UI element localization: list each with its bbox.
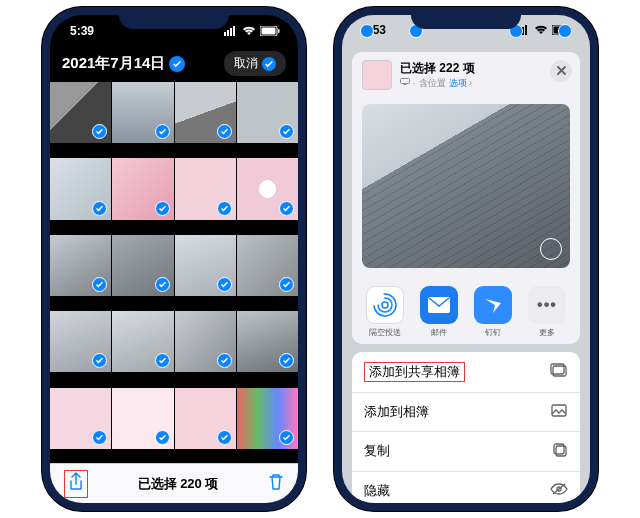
photo-thumb[interactable] xyxy=(175,388,236,449)
preview-area xyxy=(352,98,580,278)
action-hide[interactable]: 隐藏 xyxy=(352,472,580,503)
action-list: 添加到共享相簿 添加到相簿 复制 隐藏 xyxy=(352,352,580,503)
photo-thumb[interactable] xyxy=(112,388,173,449)
sheet-subtitle: · 含位置 选项 › xyxy=(400,77,475,90)
selected-check-icon xyxy=(155,353,170,368)
svg-rect-1 xyxy=(227,30,229,36)
svg-rect-0 xyxy=(224,32,226,36)
eye-slash-icon xyxy=(550,482,568,499)
photo-thumb[interactable] xyxy=(112,311,173,372)
share-apps-row: 隔空投送 邮件 钉钉 ••• 更多 xyxy=(352,278,580,344)
signal-icon xyxy=(224,26,238,36)
photo-thumb[interactable] xyxy=(237,388,298,449)
photo-thumb[interactable] xyxy=(50,388,111,449)
svg-rect-3 xyxy=(233,26,235,36)
selected-check-icon xyxy=(217,353,232,368)
svg-rect-21 xyxy=(552,405,566,416)
svg-point-15 xyxy=(382,302,388,308)
photo-thumb[interactable] xyxy=(50,311,111,372)
action-add-album[interactable]: 添加到相簿 xyxy=(352,393,580,432)
share-button[interactable] xyxy=(64,470,88,498)
selected-check-icon xyxy=(92,353,107,368)
photo-thumb[interactable] xyxy=(50,82,111,143)
photo-thumb[interactable] xyxy=(175,82,236,143)
selected-check-icon xyxy=(279,430,294,445)
svg-point-16 xyxy=(378,298,392,312)
more-icon: ••• xyxy=(528,286,566,324)
share-app-dingtalk[interactable]: 钉钉 xyxy=(469,286,517,338)
share-icon xyxy=(68,478,84,495)
photo-thumb[interactable] xyxy=(50,235,111,296)
selected-check-icon xyxy=(217,277,232,292)
sheet-thumbnail xyxy=(362,60,392,90)
status-time: 5:39 xyxy=(70,24,94,38)
photo-thumb[interactable] xyxy=(237,311,298,372)
selected-check-icon xyxy=(217,430,232,445)
photo-grid[interactable] xyxy=(50,82,298,463)
dingtalk-icon xyxy=(474,286,512,324)
selected-check-icon xyxy=(155,124,170,139)
selected-check-icon xyxy=(217,124,232,139)
photo-thumb[interactable] xyxy=(112,235,173,296)
selected-check-icon xyxy=(279,353,294,368)
svg-rect-14 xyxy=(401,79,410,84)
share-app-more[interactable]: ••• 更多 xyxy=(523,286,571,338)
screen-left: 5:39 2021年7月14日 取消 xyxy=(50,15,298,503)
photo-thumb[interactable] xyxy=(175,158,236,219)
selected-check-icon xyxy=(279,201,294,216)
trash-button[interactable] xyxy=(268,473,284,495)
selected-check-icon xyxy=(155,277,170,292)
close-icon xyxy=(556,65,567,76)
battery-icon xyxy=(260,26,280,36)
status-icons xyxy=(224,26,280,36)
photos-header: 2021年7月14日 取消 xyxy=(50,47,298,82)
airdrop-icon xyxy=(366,286,404,324)
airplay-icon xyxy=(400,78,410,88)
photo-thumb[interactable] xyxy=(112,158,173,219)
phone-left: 5:39 2021年7月14日 取消 xyxy=(42,7,306,511)
selected-check-icon xyxy=(92,430,107,445)
phone-right: 1:53 已选择 222 项 · 含位置 选项 › xyxy=(334,7,598,511)
sheet-title: 已选择 222 项 xyxy=(400,60,475,77)
date-title: 2021年7月14日 xyxy=(62,54,185,73)
selected-check-icon xyxy=(92,201,107,216)
screen-right: 1:53 已选择 222 项 · 含位置 选项 › xyxy=(342,15,590,503)
action-add-shared-album[interactable]: 添加到共享相簿 xyxy=(352,352,580,393)
notch xyxy=(411,7,521,29)
selected-check-icon xyxy=(155,201,170,216)
check-icon xyxy=(169,56,185,72)
photo-thumb[interactable] xyxy=(112,82,173,143)
copy-icon xyxy=(552,442,568,461)
photo-thumb[interactable] xyxy=(237,158,298,219)
share-app-mail[interactable]: 邮件 xyxy=(415,286,463,338)
selected-check-icon xyxy=(279,124,294,139)
options-link[interactable]: 选项 › xyxy=(449,77,473,90)
mail-icon xyxy=(420,286,458,324)
wifi-icon xyxy=(242,26,256,36)
action-copy[interactable]: 复制 xyxy=(352,432,580,472)
selected-check-icon xyxy=(155,430,170,445)
photo-preview[interactable] xyxy=(362,104,570,268)
live-photo-icon xyxy=(540,238,562,260)
photo-thumb[interactable] xyxy=(50,158,111,219)
selected-check-icon xyxy=(217,201,232,216)
photo-thumb[interactable] xyxy=(237,82,298,143)
selection-count: 已选择 220 项 xyxy=(138,475,219,493)
bottom-toolbar: 已选择 220 项 xyxy=(50,463,298,503)
photo-thumb[interactable] xyxy=(175,235,236,296)
selected-check-icon xyxy=(92,124,107,139)
svg-rect-2 xyxy=(230,28,232,36)
cancel-button[interactable]: 取消 xyxy=(224,51,286,76)
photo-thumb[interactable] xyxy=(175,311,236,372)
selected-check-icon xyxy=(279,277,294,292)
highlighted-label: 添加到共享相簿 xyxy=(364,362,465,382)
selected-check-icon xyxy=(92,277,107,292)
close-button[interactable] xyxy=(550,60,572,82)
share-app-airdrop[interactable]: 隔空投送 xyxy=(361,286,409,338)
shared-album-icon xyxy=(550,363,568,380)
svg-rect-6 xyxy=(278,29,280,33)
svg-rect-5 xyxy=(262,28,276,35)
album-icon xyxy=(550,403,568,420)
photo-thumb[interactable] xyxy=(237,235,298,296)
notch xyxy=(119,7,229,29)
